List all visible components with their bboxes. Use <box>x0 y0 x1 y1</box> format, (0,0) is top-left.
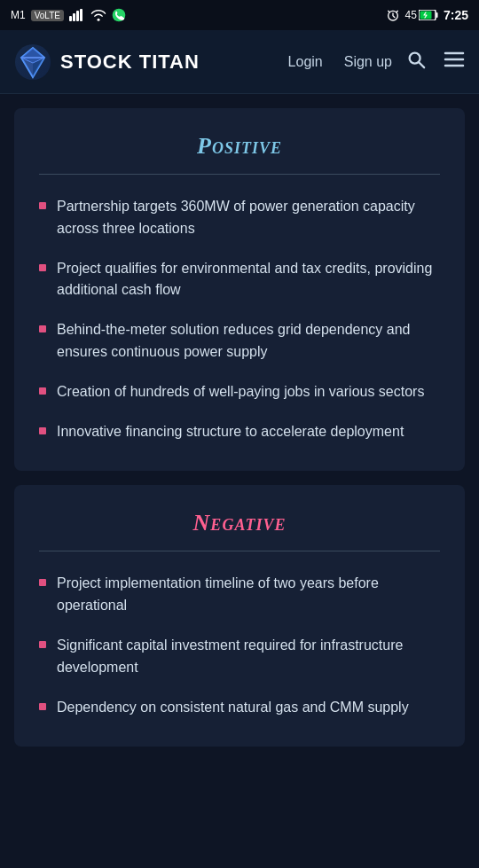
search-button[interactable] <box>406 50 426 74</box>
bullet-icon <box>39 264 46 271</box>
positive-divider <box>39 174 440 175</box>
bullet-text: Project implementation timeline of two y… <box>57 573 440 617</box>
svg-line-18 <box>419 62 424 67</box>
whatsapp-icon <box>112 8 126 22</box>
negative-title: Negative <box>39 510 440 536</box>
login-link[interactable]: Login <box>288 54 323 70</box>
list-item: Project implementation timeline of two y… <box>39 573 440 617</box>
bullet-icon <box>39 427 46 434</box>
status-bar: M1 VoLTE 45 <box>0 0 479 30</box>
negative-divider <box>39 551 440 551</box>
search-icon <box>406 50 426 69</box>
battery-percent: 45 <box>405 9 417 21</box>
nav-links: Login Sign up <box>288 54 392 70</box>
list-item: Creation of hundreds of well-paying jobs… <box>39 381 440 403</box>
list-item: Dependency on consistent natural gas and… <box>39 697 440 719</box>
list-item: Partnership targets 360MW of power gener… <box>39 196 440 240</box>
positive-title: Positive <box>39 133 440 160</box>
positive-section: Positive Partnership targets 360MW of po… <box>14 108 465 471</box>
logo-text: STOCK TITAN <box>60 51 200 74</box>
time-display: 7:25 <box>444 8 468 22</box>
logo-container: STOCK TITAN <box>14 43 288 81</box>
svg-rect-2 <box>76 11 79 21</box>
status-left: M1 VoLTE <box>11 8 126 22</box>
bullet-text: Creation of hundreds of well-paying jobs… <box>57 381 424 403</box>
bullet-text: Project qualifies for environmental and … <box>57 258 440 302</box>
bullet-icon <box>39 325 46 332</box>
logo-icon <box>14 43 51 81</box>
battery-indicator: 45 <box>405 9 438 21</box>
bullet-icon <box>39 703 46 710</box>
menu-icon <box>444 50 465 69</box>
menu-button[interactable] <box>444 50 465 74</box>
wifi-icon <box>90 9 106 21</box>
bullet-text: Significant capital investment required … <box>57 635 440 679</box>
svg-rect-3 <box>80 9 82 21</box>
bullet-text: Innovative financing structure to accele… <box>57 421 404 443</box>
main-content: Positive Partnership targets 360MW of po… <box>0 108 479 768</box>
negative-list: Project implementation timeline of two y… <box>39 573 440 718</box>
positive-list: Partnership targets 360MW of power gener… <box>39 196 440 442</box>
svg-rect-0 <box>69 16 72 21</box>
list-item: Significant capital investment required … <box>39 635 440 679</box>
nav-icons <box>406 50 465 74</box>
bullet-text: Behind-the-meter solution reduces grid d… <box>57 319 440 364</box>
list-item: Project qualifies for environmental and … <box>39 258 440 302</box>
bullet-text: Dependency on consistent natural gas and… <box>57 697 409 719</box>
signal-icon <box>69 9 85 21</box>
alarm-icon <box>386 8 400 22</box>
bullet-icon <box>39 579 46 586</box>
navbar: STOCK TITAN Login Sign up <box>0 30 479 94</box>
list-item: Innovative financing structure to accele… <box>39 421 440 443</box>
negative-section: Negative Project implementation timeline… <box>14 485 465 747</box>
svg-rect-7 <box>436 12 437 18</box>
volte-badge: VoLTE <box>31 10 64 21</box>
bullet-icon <box>39 641 46 648</box>
list-item: Behind-the-meter solution reduces grid d… <box>39 319 440 364</box>
bullet-icon <box>39 387 46 395</box>
bullet-icon <box>39 202 46 209</box>
bullet-text: Partnership targets 360MW of power gener… <box>57 196 440 240</box>
status-right: 45 7:25 <box>386 8 468 22</box>
svg-rect-1 <box>73 13 75 21</box>
battery-icon <box>419 10 438 20</box>
signup-link[interactable]: Sign up <box>344 54 392 70</box>
carrier-label: M1 <box>11 9 26 21</box>
